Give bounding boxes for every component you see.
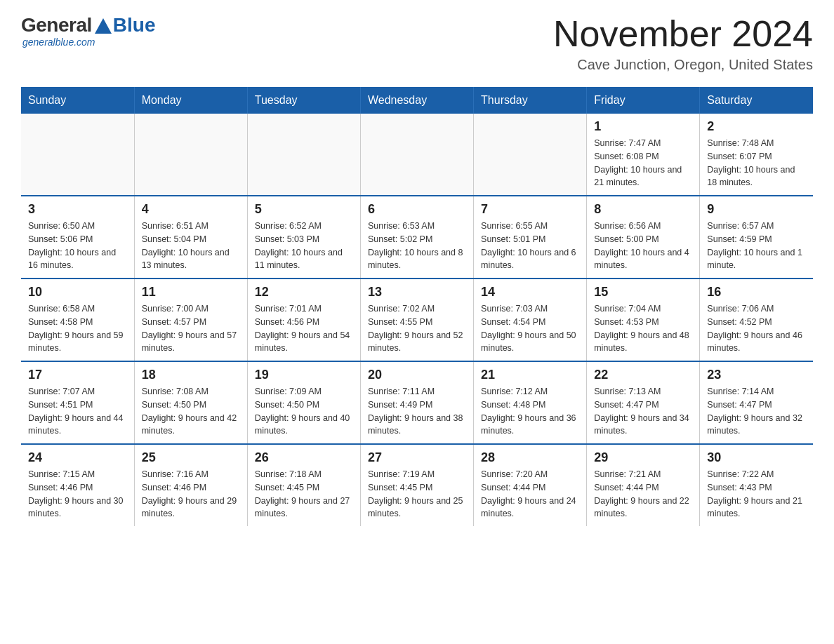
- day-number: 12: [255, 285, 353, 300]
- week-row-4: 17Sunrise: 7:07 AMSunset: 4:51 PMDayligh…: [21, 361, 813, 444]
- day-number: 24: [28, 450, 127, 465]
- day-number: 9: [707, 202, 806, 217]
- day-cell: 17Sunrise: 7:07 AMSunset: 4:51 PMDayligh…: [21, 361, 134, 444]
- day-cell: 26Sunrise: 7:18 AMSunset: 4:45 PMDayligh…: [247, 444, 360, 526]
- day-info: Sunrise: 7:09 AMSunset: 4:50 PMDaylight:…: [255, 385, 353, 438]
- day-cell: 13Sunrise: 7:02 AMSunset: 4:55 PMDayligh…: [360, 279, 473, 361]
- day-number: 25: [142, 450, 240, 465]
- day-cell: [360, 114, 473, 196]
- day-info: Sunrise: 6:55 AMSunset: 5:01 PMDaylight:…: [481, 220, 579, 272]
- day-number: 23: [707, 368, 806, 382]
- day-number: 21: [481, 368, 579, 382]
- page-header: General Blue generalblue.com November 20…: [21, 14, 813, 73]
- header-row: SundayMondayTuesdayWednesdayThursdayFrid…: [21, 87, 813, 114]
- day-info: Sunrise: 6:52 AMSunset: 5:03 PMDaylight:…: [255, 220, 353, 272]
- day-info: Sunrise: 7:16 AMSunset: 4:46 PMDaylight:…: [142, 468, 240, 521]
- day-cell: 16Sunrise: 7:06 AMSunset: 4:52 PMDayligh…: [700, 279, 813, 361]
- day-number: 15: [594, 285, 692, 300]
- header-day-friday: Friday: [587, 87, 700, 114]
- logo-subtitle: generalblue.com: [22, 36, 95, 48]
- day-cell: 20Sunrise: 7:11 AMSunset: 4:49 PMDayligh…: [360, 361, 473, 444]
- day-cell: [474, 114, 587, 196]
- day-info: Sunrise: 6:56 AMSunset: 5:00 PMDaylight:…: [594, 220, 692, 272]
- day-info: Sunrise: 7:01 AMSunset: 4:56 PMDaylight:…: [255, 302, 353, 355]
- day-cell: 12Sunrise: 7:01 AMSunset: 4:56 PMDayligh…: [247, 279, 360, 361]
- day-cell: 10Sunrise: 6:58 AMSunset: 4:58 PMDayligh…: [21, 279, 134, 361]
- day-number: 7: [481, 202, 579, 217]
- day-number: 28: [481, 450, 579, 465]
- day-info: Sunrise: 6:58 AMSunset: 4:58 PMDaylight:…: [28, 302, 127, 355]
- day-info: Sunrise: 7:03 AMSunset: 4:54 PMDaylight:…: [481, 302, 579, 355]
- day-cell: 6Sunrise: 6:53 AMSunset: 5:02 PMDaylight…: [360, 196, 473, 279]
- day-info: Sunrise: 7:08 AMSunset: 4:50 PMDaylight:…: [142, 385, 240, 438]
- week-row-3: 10Sunrise: 6:58 AMSunset: 4:58 PMDayligh…: [21, 279, 813, 361]
- day-info: Sunrise: 7:11 AMSunset: 4:49 PMDaylight:…: [368, 385, 466, 438]
- day-number: 22: [594, 368, 692, 382]
- header-day-saturday: Saturday: [700, 87, 813, 114]
- week-row-2: 3Sunrise: 6:50 AMSunset: 5:06 PMDaylight…: [21, 196, 813, 279]
- day-cell: 25Sunrise: 7:16 AMSunset: 4:46 PMDayligh…: [134, 444, 247, 526]
- day-cell: 30Sunrise: 7:22 AMSunset: 4:43 PMDayligh…: [700, 444, 813, 526]
- day-info: Sunrise: 7:04 AMSunset: 4:53 PMDaylight:…: [594, 302, 692, 355]
- day-cell: 27Sunrise: 7:19 AMSunset: 4:45 PMDayligh…: [360, 444, 473, 526]
- day-info: Sunrise: 7:12 AMSunset: 4:48 PMDaylight:…: [481, 385, 579, 438]
- day-info: Sunrise: 7:18 AMSunset: 4:45 PMDaylight:…: [255, 468, 353, 521]
- day-info: Sunrise: 7:13 AMSunset: 4:47 PMDaylight:…: [594, 385, 692, 438]
- day-number: 11: [142, 285, 240, 300]
- day-number: 10: [28, 285, 127, 300]
- day-number: 4: [142, 202, 240, 217]
- day-info: Sunrise: 7:00 AMSunset: 4:57 PMDaylight:…: [142, 302, 240, 355]
- logo-triangle-icon: [95, 18, 112, 34]
- day-number: 30: [707, 450, 806, 465]
- day-cell: 11Sunrise: 7:00 AMSunset: 4:57 PMDayligh…: [134, 279, 247, 361]
- day-cell: 1Sunrise: 7:47 AMSunset: 6:08 PMDaylight…: [587, 114, 700, 196]
- day-info: Sunrise: 7:47 AMSunset: 6:08 PMDaylight:…: [594, 137, 692, 189]
- day-cell: [134, 114, 247, 196]
- day-info: Sunrise: 7:21 AMSunset: 4:44 PMDaylight:…: [594, 468, 692, 521]
- day-info: Sunrise: 7:07 AMSunset: 4:51 PMDaylight:…: [28, 385, 127, 438]
- day-cell: 19Sunrise: 7:09 AMSunset: 4:50 PMDayligh…: [247, 361, 360, 444]
- day-number: 17: [28, 368, 127, 382]
- header-day-monday: Monday: [134, 87, 247, 114]
- week-row-1: 1Sunrise: 7:47 AMSunset: 6:08 PMDaylight…: [21, 114, 813, 196]
- day-cell: 3Sunrise: 6:50 AMSunset: 5:06 PMDaylight…: [21, 196, 134, 279]
- day-cell: 9Sunrise: 6:57 AMSunset: 4:59 PMDaylight…: [700, 196, 813, 279]
- day-info: Sunrise: 7:22 AMSunset: 4:43 PMDaylight:…: [707, 468, 806, 521]
- header-day-tuesday: Tuesday: [247, 87, 360, 114]
- day-cell: 5Sunrise: 6:52 AMSunset: 5:03 PMDaylight…: [247, 196, 360, 279]
- title-section: November 2024 Cave Junction, Oregon, Uni…: [553, 14, 813, 73]
- day-info: Sunrise: 7:06 AMSunset: 4:52 PMDaylight:…: [707, 302, 806, 355]
- header-day-sunday: Sunday: [21, 87, 134, 114]
- day-cell: 21Sunrise: 7:12 AMSunset: 4:48 PMDayligh…: [474, 361, 587, 444]
- day-cell: 8Sunrise: 6:56 AMSunset: 5:00 PMDaylight…: [587, 196, 700, 279]
- day-number: 20: [368, 368, 466, 382]
- day-cell: 22Sunrise: 7:13 AMSunset: 4:47 PMDayligh…: [587, 361, 700, 444]
- day-number: 26: [255, 450, 353, 465]
- day-cell: 29Sunrise: 7:21 AMSunset: 4:44 PMDayligh…: [587, 444, 700, 526]
- day-info: Sunrise: 7:20 AMSunset: 4:44 PMDaylight:…: [481, 468, 579, 521]
- day-cell: 23Sunrise: 7:14 AMSunset: 4:47 PMDayligh…: [700, 361, 813, 444]
- day-number: 19: [255, 368, 353, 382]
- logo-blue-text: Blue: [113, 14, 156, 36]
- day-info: Sunrise: 7:15 AMSunset: 4:46 PMDaylight:…: [28, 468, 127, 521]
- day-number: 18: [142, 368, 240, 382]
- day-info: Sunrise: 6:57 AMSunset: 4:59 PMDaylight:…: [707, 220, 806, 272]
- day-number: 29: [594, 450, 692, 465]
- week-row-5: 24Sunrise: 7:15 AMSunset: 4:46 PMDayligh…: [21, 444, 813, 526]
- calendar-header: SundayMondayTuesdayWednesdayThursdayFrid…: [21, 87, 813, 114]
- day-cell: [21, 114, 134, 196]
- month-title: November 2024: [553, 14, 813, 54]
- day-number: 16: [707, 285, 806, 300]
- calendar-table: SundayMondayTuesdayWednesdayThursdayFrid…: [21, 87, 813, 526]
- day-number: 14: [481, 285, 579, 300]
- day-info: Sunrise: 6:51 AMSunset: 5:04 PMDaylight:…: [142, 220, 240, 272]
- logo: General Blue generalblue.com: [21, 14, 155, 48]
- day-number: 27: [368, 450, 466, 465]
- day-info: Sunrise: 7:48 AMSunset: 6:07 PMDaylight:…: [707, 137, 806, 189]
- day-info: Sunrise: 7:14 AMSunset: 4:47 PMDaylight:…: [707, 385, 806, 438]
- day-number: 6: [368, 202, 466, 217]
- day-cell: 7Sunrise: 6:55 AMSunset: 5:01 PMDaylight…: [474, 196, 587, 279]
- day-cell: 2Sunrise: 7:48 AMSunset: 6:07 PMDaylight…: [700, 114, 813, 196]
- day-info: Sunrise: 6:53 AMSunset: 5:02 PMDaylight:…: [368, 220, 466, 272]
- day-cell: 4Sunrise: 6:51 AMSunset: 5:04 PMDaylight…: [134, 196, 247, 279]
